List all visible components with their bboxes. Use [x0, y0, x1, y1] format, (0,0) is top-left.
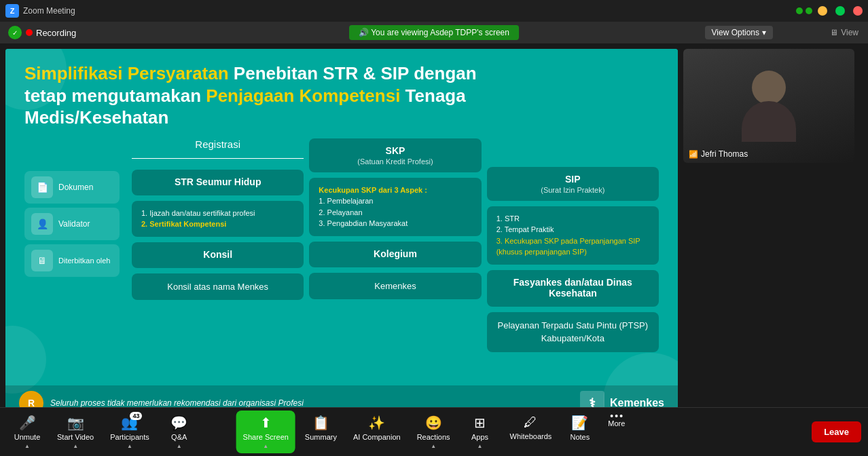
- fasyankes-card: Fasyankes dan/atau Dinas Kesehatan: [487, 270, 659, 307]
- share-screen-button[interactable]: ⬆ Share Screen ▲: [236, 411, 295, 453]
- notes-button[interactable]: 📝 Notes: [561, 411, 598, 453]
- slide-container: Simplifikasi Persyaratan Penebitan STR &…: [5, 49, 678, 421]
- apps-label: Apps: [471, 433, 488, 441]
- whiteboards-button[interactable]: 🖊 Whiteboards: [503, 411, 559, 453]
- unmute-label: Unmute: [14, 433, 41, 441]
- kemenkes-card: Kemenkes: [309, 273, 481, 300]
- video-caret: ▲: [73, 443, 78, 449]
- notes-icon: 📝: [571, 415, 588, 431]
- konsil-detail-card: Konsil atas nama Menkes: [132, 273, 304, 301]
- qa-icon: 💬: [170, 415, 187, 431]
- recording-label: Recording: [36, 28, 76, 38]
- close-button[interactable]: [853, 6, 863, 16]
- kolegium-card: Kolegium: [309, 242, 481, 267]
- apps-button[interactable]: ⊞ Apps ▲: [460, 411, 501, 453]
- reactions-caret: ▲: [431, 443, 436, 449]
- view-options-caret: ▾: [762, 28, 766, 37]
- three-columns: Registrasi STR Seumur Hidup 1. Ijazah da…: [132, 138, 659, 352]
- person-silhouette: [742, 71, 796, 142]
- slide-title: Simplifikasi Persyaratan Penebitan STR &…: [24, 62, 659, 129]
- zoom-icon: Z: [5, 4, 19, 18]
- kolegium-card-title: Kolegium: [319, 248, 471, 259]
- ptsp-text: Pelayanan Terpadu Satu Pintu (PTSP) Kabu…: [496, 319, 649, 345]
- participants-button[interactable]: 👥 43 Participants ▲: [103, 411, 156, 453]
- participants-icon-wrap: 👥 43: [121, 415, 138, 431]
- unmute-icon-wrap: 🎤: [19, 415, 36, 431]
- companion-label: AI Companion: [353, 433, 401, 441]
- window-title: Zoom Meeting: [23, 6, 796, 16]
- str-list-item1: 1. Ijazah dan/atau sertifikat profesi: [141, 208, 294, 219]
- summary-icon-wrap: 📋: [312, 415, 329, 431]
- skp-card-subtitle: (Satuan Kredit Profesi): [319, 157, 471, 166]
- slide-inner: Simplifikasi Persyaratan Penebitan STR &…: [5, 49, 678, 421]
- green-dot: [806, 7, 812, 14]
- summary-label: Summary: [305, 433, 337, 441]
- share-icon-wrap: ⬆: [260, 415, 272, 431]
- companion-icon: ✨: [368, 415, 385, 431]
- skp-list-card: Kecukupan SKP dari 3 Aspek : 1. Pembelaj…: [309, 178, 481, 236]
- qa-button[interactable]: 💬 Q&A ▲: [159, 411, 200, 453]
- str-list-body: 1. Ijazah dan/atau sertifikat profesi 2.…: [141, 208, 294, 230]
- apps-caret: ▲: [477, 443, 483, 449]
- signal-icon: 📶: [689, 150, 698, 159]
- view-options-label: View Options: [712, 28, 759, 37]
- sip-card-subtitle: (Surat Izin Praktek): [496, 186, 649, 194]
- str-list-card: 1. Ijazah dan/atau sertifikat profesi 2.…: [132, 201, 304, 237]
- view-options-button[interactable]: View Options ▾: [705, 26, 773, 39]
- str-card-title: STR Seumur Hidup: [141, 176, 294, 187]
- maximize-button[interactable]: [835, 6, 845, 16]
- start-video-button[interactable]: 📷 Start Video ▲: [50, 411, 101, 453]
- main-content: Simplifikasi Persyaratan Penebitan STR &…: [0, 43, 868, 456]
- minimize-button[interactable]: [818, 6, 827, 16]
- diterbitkan-label: Diterbitkan oleh: [58, 256, 110, 265]
- skp-card-title: SKP: [319, 145, 471, 156]
- share-screen-label: Share Screen: [243, 433, 289, 441]
- slide-title-white1: Penebitan STR & SIP dengan: [234, 63, 477, 83]
- apps-icon: ⊞: [474, 415, 486, 431]
- apps-icon-wrap: ⊞: [474, 415, 486, 431]
- sip-card-title: SIP: [496, 174, 649, 185]
- whiteboards-label: Whiteboards: [510, 432, 552, 440]
- ai-companion-button[interactable]: ✨ AI Companion: [346, 411, 408, 453]
- more-dots: [611, 415, 623, 417]
- whiteboards-icon-wrap: 🖊: [524, 415, 537, 430]
- notes-icon-wrap: 📝: [571, 415, 588, 431]
- bottom-text: Seluruh proses tidak memerlukan rekomend…: [50, 398, 304, 408]
- share-caret: ▲: [263, 443, 268, 449]
- unmute-caret: ▲: [24, 443, 30, 449]
- top-bar: ✓ Recording 🔊 You are viewing Asdep TDPP…: [0, 22, 868, 43]
- summary-button[interactable]: 📋 Summary: [298, 411, 344, 453]
- share-screen-icon: ⬆: [260, 415, 272, 431]
- validator-label: Validator: [58, 219, 90, 229]
- person-head: [752, 71, 786, 104]
- view-text: View: [841, 28, 858, 37]
- more-button[interactable]: More: [601, 411, 632, 453]
- skp-title: Kecukupan SKP dari 3 Aspek :: [319, 185, 471, 196]
- toolbar: 🎤 Unmute ▲ 📷 Start Video ▲ 👥 43 Particip…: [0, 407, 868, 456]
- col1-header: Registrasi: [132, 138, 304, 150]
- reactions-button[interactable]: 😀 Reactions ▲: [410, 411, 457, 453]
- dokumen-icon: 📄: [31, 176, 53, 198]
- more-label: More: [608, 419, 625, 428]
- leave-button[interactable]: Leave: [812, 421, 861, 442]
- konsil-detail-text: Konsil atas nama Menkes: [141, 280, 294, 294]
- microphone-icon: 🎤: [19, 415, 36, 431]
- qa-icon-wrap: 💬: [170, 415, 187, 431]
- person-body: [742, 101, 796, 142]
- video-name-label: 📶 Jefri Thomas: [689, 149, 748, 159]
- companion-icon-wrap: ✨: [368, 415, 385, 431]
- unmute-button[interactable]: 🎤 Unmute ▲: [7, 411, 48, 453]
- screen-sharing-notice: 🔊 You are viewing Asdep TDPP's screen: [349, 25, 519, 40]
- str-list-item2: 2. Sertifikat Kompetensi: [141, 218, 294, 230]
- view-icon: 🖥: [830, 28, 838, 37]
- window-controls[interactable]: [818, 6, 863, 16]
- kemenkes-text: Kemenkes: [319, 280, 471, 293]
- participants-caret: ▲: [127, 443, 132, 449]
- start-video-label: Start Video: [57, 433, 94, 441]
- person-name: Jefri Thomas: [701, 149, 748, 159]
- sip-list-body: 1. STR 2. Tempat Praktik 3. Kecukupan SK…: [496, 213, 649, 258]
- whiteboards-icon: 🖊: [524, 415, 537, 430]
- sip-card: SIP (Surat Izin Praktek): [487, 167, 659, 201]
- konsil-card-title: Konsil: [141, 249, 294, 260]
- col-registrasi: Registrasi STR Seumur Hidup 1. Ijazah da…: [132, 138, 304, 352]
